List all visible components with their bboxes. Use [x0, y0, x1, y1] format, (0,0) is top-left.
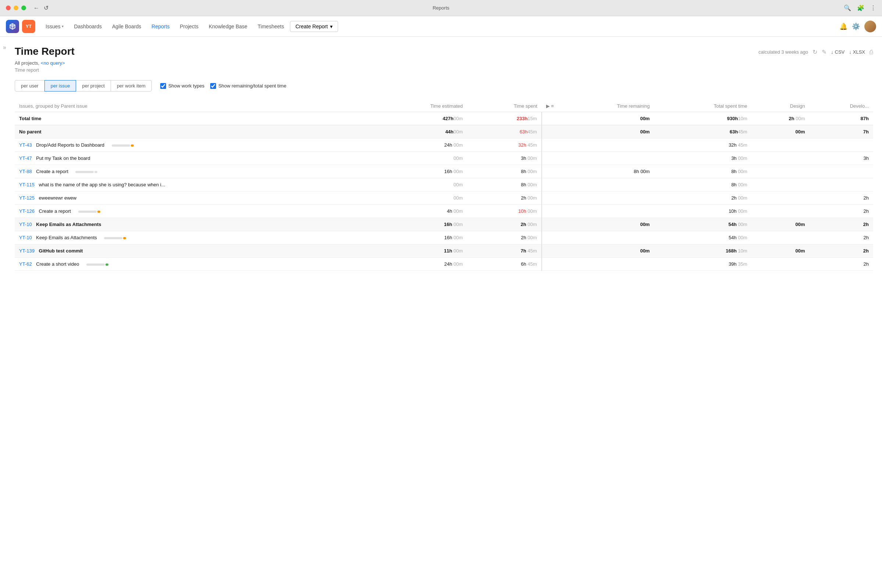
tab-per-user[interactable]: per user	[15, 80, 45, 92]
row-issue-cell: YT-125 eweewrewr ewew	[15, 192, 372, 205]
show-remaining-checkbox[interactable]: Show remaining/total spent time	[210, 83, 286, 89]
table-header-row: Issues, grouped by Parent issue Time est…	[15, 100, 873, 112]
th-time-remaining: Time remaining	[558, 100, 654, 112]
group-design: 00m	[752, 125, 809, 138]
progress-bar	[112, 144, 130, 147]
content-area: Time Report calculated 3 weeks ago ↻ ✎ ↓…	[15, 37, 882, 588]
progress-bar	[75, 171, 94, 173]
tab-per-project[interactable]: per project	[76, 80, 111, 92]
work-types-input[interactable]	[160, 83, 166, 89]
download-xlsx-icon: ↓	[849, 49, 852, 55]
issue-id-link[interactable]: YT-62	[19, 261, 32, 267]
avatar[interactable]	[864, 21, 876, 32]
table-row: YT-47 Put my Task on the board 00m 3h 00…	[15, 152, 873, 165]
report-type-label: Time report	[15, 67, 873, 73]
issue-id-link[interactable]: YT-43	[19, 142, 32, 148]
issue-title: Create a short video	[36, 261, 79, 267]
download-csv-icon: ↓	[831, 49, 834, 55]
row-issue-cell: YT-62 Create a short video	[15, 258, 372, 271]
settings-icon[interactable]: ⚙️	[852, 22, 860, 30]
close-button[interactable]	[6, 6, 10, 10]
issue-id-link[interactable]: YT-47	[19, 156, 32, 161]
extensions-icon[interactable]: 🧩	[857, 4, 864, 11]
total-time-remaining: 00m	[558, 112, 654, 125]
refresh-icon[interactable]: ↻	[813, 48, 818, 56]
print-icon[interactable]: ⎙	[870, 49, 873, 56]
calculated-text: calculated 3 weeks ago	[759, 49, 808, 55]
total-total-spent: 930h10m	[654, 112, 752, 125]
logo-area: YT	[6, 20, 35, 33]
group-id-link[interactable]: YT-10	[19, 222, 32, 227]
issue-id-link[interactable]: YT-10	[19, 235, 32, 240]
row-issue-cell: YT-43 Drop/Add Reports to Dashboard	[15, 138, 372, 152]
nav-projects[interactable]: Projects	[175, 21, 203, 32]
group-row-yt139: YT-139 GitHub test commit 11h 00m 7h 45m…	[15, 244, 873, 258]
window-chrome: ← ↺ Reports 🔍 🧩 ⋮	[0, 0, 882, 16]
group-develop: 7h	[809, 125, 873, 138]
row-issue-cell: YT-10 Keep Emails as Attachments	[15, 231, 372, 244]
reload-button[interactable]: ↺	[44, 4, 48, 11]
no-query-link[interactable]: <no query>	[41, 60, 65, 66]
group-remaining: 00m	[558, 125, 654, 138]
group-label: No parent	[15, 125, 372, 138]
export-csv-button[interactable]: ↓ CSV	[831, 49, 844, 55]
export-xlsx-button[interactable]: ↓ XLSX	[849, 49, 865, 55]
issue-title: Create a report	[39, 208, 71, 214]
table-row: YT-62 Create a short video 24h 00m 6h 45…	[15, 258, 873, 271]
minimize-button[interactable]	[14, 6, 18, 10]
nav-agile-boards[interactable]: Agile Boards	[108, 21, 146, 32]
issue-id-link[interactable]: YT-115	[19, 182, 34, 188]
tab-per-work-item[interactable]: per work item	[111, 80, 152, 92]
nav-reports[interactable]: Reports	[147, 21, 174, 32]
issue-id-link[interactable]: YT-88	[19, 169, 32, 174]
issue-id-link[interactable]: YT-125	[19, 195, 34, 201]
report-title: Time Report	[15, 46, 75, 57]
toolbar: per user per issue per project per work …	[15, 80, 873, 92]
table-row: YT-115 what is the name of the app she i…	[15, 178, 873, 192]
total-develop: 87h	[809, 112, 873, 125]
tab-per-issue[interactable]: per issue	[45, 80, 76, 92]
nav-issues[interactable]: Issues ▾	[41, 21, 68, 32]
expand-col-icon[interactable]: ▶ ≡	[542, 100, 558, 112]
yt-logo[interactable]: YT	[22, 20, 35, 33]
nav-knowledge-base[interactable]: Knowledge Base	[204, 21, 252, 32]
remaining-input[interactable]	[210, 83, 216, 89]
issue-title: what is the name of the app she is using…	[39, 182, 165, 188]
create-report-button[interactable]: Create Report ▾	[290, 21, 338, 32]
report-subinfo: All projects, <no query>	[15, 60, 873, 66]
total-time-estimated: 427h00m	[372, 112, 467, 125]
maximize-button[interactable]	[21, 6, 26, 10]
table-row: YT-43 Drop/Add Reports to Dashboard 24h …	[15, 138, 873, 152]
progress-bar	[86, 264, 105, 266]
app-logo[interactable]	[6, 20, 19, 33]
th-time-estimated: Time estimated	[372, 100, 467, 112]
total-label: Total time	[15, 112, 372, 125]
issues-arrow: ▾	[62, 24, 64, 28]
notifications-icon[interactable]: 🔔	[839, 22, 848, 30]
th-time-spent: Time spent	[467, 100, 542, 112]
back-button[interactable]: ←	[33, 4, 39, 11]
issue-id-link[interactable]: YT-126	[19, 208, 34, 214]
progress-bar	[104, 237, 122, 239]
header-right: 🔔 ⚙️	[839, 21, 876, 32]
table-row: YT-125 eweewrewr ewew 00m 2h 00m 2h 00m …	[15, 192, 873, 205]
th-issue: Issues, grouped by Parent issue	[15, 100, 372, 112]
menu-icon[interactable]: ⋮	[870, 4, 876, 11]
show-work-types-checkbox[interactable]: Show work types	[160, 83, 204, 89]
edit-icon[interactable]: ✎	[822, 48, 826, 56]
row-issue-cell: YT-47 Put my Task on the board	[15, 152, 372, 165]
nav-dashboards[interactable]: Dashboards	[69, 21, 106, 32]
traffic-lights	[6, 6, 26, 10]
search-icon[interactable]: 🔍	[844, 4, 851, 11]
group-id-link[interactable]: YT-139	[19, 248, 34, 254]
nav-timesheets[interactable]: Timesheets	[253, 21, 288, 32]
progress-bar	[78, 211, 97, 213]
window-title: Reports	[432, 5, 450, 10]
sidebar-toggle[interactable]: »	[0, 37, 15, 588]
th-develop: Develo...	[809, 100, 873, 112]
group-row-no-parent: No parent 44h00m 63h45m 00m 63h45m 00m 7…	[15, 125, 873, 138]
group-label: YT-10 Keep Emails as Attachments	[15, 218, 372, 231]
table-row: YT-126 Create a report 4h 00m 10h 00m	[15, 205, 873, 218]
group-total: 63h45m	[654, 125, 752, 138]
group-spent: 63h45m	[467, 125, 542, 138]
